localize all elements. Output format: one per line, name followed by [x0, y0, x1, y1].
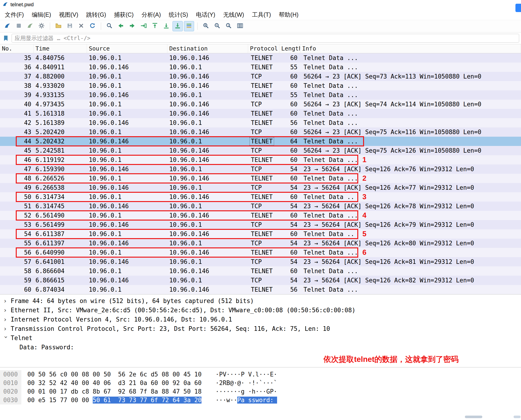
go-last-button[interactable] — [161, 21, 171, 31]
collapse-arrow-icon[interactable]: › — [1, 335, 11, 341]
hex-row[interactable]: 000000 50 56 c0 00 08 00 50 56 2e 6c d5 … — [0, 370, 521, 379]
hex-bytes: 00 01 00 17 db c8 8b 67 92 68 7f 8a 88 4… — [27, 387, 201, 396]
column-header-source[interactable]: Source — [87, 44, 167, 53]
menu-item-file[interactable]: 文件(F) — [1, 10, 28, 20]
menu-item-capture[interactable]: 捕获(C) — [110, 10, 138, 20]
packet-row[interactable]: 466.11919210.96.0.110.96.0.146TELNET60Te… — [0, 155, 521, 165]
packet-row[interactable]: 486.26652610.96.0.110.96.0.146TELNET60Te… — [0, 174, 521, 183]
close-file-button[interactable] — [76, 21, 86, 31]
go-first-button[interactable] — [150, 21, 160, 31]
packet-row[interactable]: 425.16138910.96.0.14610.96.0.1TELNET56Te… — [0, 118, 521, 128]
hex-offset: 0010 — [0, 379, 21, 387]
packet-row[interactable]: 455.24258110.96.0.110.96.0.146TCP6056264… — [0, 146, 521, 155]
detail-line[interactable]: Data: Password: — [0, 343, 521, 352]
hex-row[interactable]: 002000 01 00 17 db c8 8b 67 92 68 7f 8a … — [0, 387, 521, 396]
go-to-packet-button[interactable] — [138, 21, 149, 31]
packet-row[interactable]: 586.86660410.96.0.110.96.0.146TELNET60Te… — [0, 266, 521, 276]
find-packet-button[interactable] — [104, 21, 115, 31]
menu-item-go[interactable]: 跳转(G) — [82, 10, 110, 20]
packet-row[interactable]: 354.84075610.96.0.110.96.0.146TELNET60Te… — [0, 53, 521, 63]
filter-bookmark-icon[interactable] — [2, 34, 10, 42]
hex-row[interactable]: 003000 e5 15 77 00 00 50 61 73 73 77 6f … — [0, 396, 521, 405]
packet-row[interactable]: 606.87403410.96.0.110.96.0.146TELNET56Te… — [0, 285, 521, 294]
detail-line[interactable]: ›Transmission Control Protocol, Src Port… — [0, 324, 521, 333]
detail-line[interactable]: ›Telnet — [0, 333, 521, 343]
packet-row[interactable]: 384.93302010.96.0.110.96.0.146TELNET60Te… — [0, 81, 521, 90]
cell-source: 10.96.0.146 — [87, 239, 167, 248]
restart-capture-button[interactable] — [25, 21, 35, 31]
packet-row[interactable]: 506.31473410.96.0.110.96.0.146TELNET60Te… — [0, 192, 521, 202]
zoom-out-button[interactable] — [212, 21, 222, 31]
auto-scroll-button[interactable] — [173, 21, 183, 31]
cell-length: 60 — [279, 229, 300, 239]
cell-no: 38 — [0, 81, 34, 90]
packet-row[interactable]: 556.61139710.96.0.14610.96.0.1TCP5423 → … — [0, 239, 521, 248]
packet-row[interactable]: 445.20243210.96.0.14610.96.0.1TELNET64Te… — [0, 137, 521, 146]
column-header-info[interactable]: Info — [300, 44, 521, 53]
detail-line[interactable]: ›Frame 44: 64 bytes on wire (512 bits), … — [0, 296, 521, 306]
capture-options-button[interactable] — [36, 21, 47, 31]
menu-item-telephony[interactable]: 电话(Y) — [192, 10, 219, 20]
reload-file-button[interactable] — [87, 21, 98, 31]
resize-columns-button[interactable] — [235, 21, 245, 31]
filter-bar — [0, 32, 521, 44]
menu-item-edit[interactable]: 编辑(E) — [28, 10, 55, 20]
packet-row[interactable]: 476.15939010.96.0.14610.96.0.1TCP5423 → … — [0, 165, 521, 174]
packet-row[interactable]: 404.97343510.96.0.110.96.0.146TCP6056264… — [0, 100, 521, 109]
cell-time: 6.314734 — [34, 192, 87, 202]
packet-row[interactable]: 566.64099010.96.0.110.96.0.146TELNET60Te… — [0, 248, 521, 257]
column-header-protocol[interactable]: Protocol — [248, 44, 279, 53]
packet-row[interactable]: 364.84091110.96.0.14610.96.0.1TELNET55Te… — [0, 63, 521, 72]
zoom-original-button[interactable]: 1 — [223, 21, 234, 31]
packet-row[interactable]: 536.56149910.96.0.14610.96.0.1TCP5423 → … — [0, 220, 521, 229]
expand-arrow-icon[interactable]: › — [3, 315, 9, 324]
display-filter-input[interactable] — [12, 34, 519, 43]
detail-line[interactable]: ›Ethernet II, Src: VMware_2e:6c:d5 (00:5… — [0, 306, 521, 315]
hex-row[interactable]: 001000 32 52 42 40 00 40 06 d3 21 0a 60 … — [0, 379, 521, 387]
zoom-in-button[interactable] — [201, 21, 211, 31]
packet-row[interactable]: 435.20242010.96.0.110.96.0.146TCP6056264… — [0, 128, 521, 137]
cell-source: 10.96.0.146 — [87, 165, 167, 174]
packet-row[interactable]: 546.61138710.96.0.110.96.0.146TELNET60Te… — [0, 229, 521, 239]
menu-item-wireless[interactable]: 无线(W) — [219, 10, 248, 20]
start-capture-button[interactable] — [2, 21, 13, 31]
packet-row[interactable]: 415.16131810.96.0.110.96.0.146TELNET60Te… — [0, 109, 521, 118]
column-header-length[interactable]: Length — [279, 44, 300, 53]
packet-row[interactable]: 526.56149010.96.0.110.96.0.146TELNET60Te… — [0, 211, 521, 220]
protocol-value: TELNET — [250, 110, 274, 117]
cell-protocol: TELNET — [248, 211, 279, 220]
menu-item-tools[interactable]: 工具(T) — [248, 10, 275, 20]
packet-row[interactable]: 596.86661510.96.0.14610.96.0.1TCP5423 → … — [0, 276, 521, 285]
hex-dump-pane[interactable]: 000000 50 56 c0 00 08 00 50 56 2e 6c d5 … — [0, 367, 521, 407]
cell-length: 60 — [279, 211, 300, 220]
colorize-button[interactable] — [184, 21, 194, 31]
cell-length: 60 — [279, 81, 300, 90]
menu-item-view[interactable]: 视图(V) — [55, 10, 82, 20]
stop-capture-button[interactable] — [14, 21, 24, 31]
menu-item-analyze[interactable]: 分析(A) — [138, 10, 165, 20]
hex-selected-bytes: 50 61 73 73 77 6f 72 64 3a 20 — [93, 397, 202, 404]
menu-item-help[interactable]: 帮助(H) — [275, 10, 303, 20]
packet-row[interactable]: 576.64100110.96.0.14610.96.0.1TCP5423 → … — [0, 257, 521, 266]
open-file-button[interactable] — [53, 21, 63, 31]
packet-row[interactable]: 374.88200010.96.0.110.96.0.146TCP6056264… — [0, 72, 521, 81]
expand-arrow-icon[interactable]: › — [3, 324, 9, 333]
scrollbar-thumb[interactable] — [465, 416, 482, 418]
column-header-no[interactable]: No. — [0, 44, 34, 53]
cell-info: 23 → 56264 [ACK] Seq=126 Ack=76 Win=2931… — [300, 165, 521, 174]
menu-item-statistics[interactable]: 统计(S) — [165, 10, 192, 20]
go-forward-button[interactable] — [127, 21, 137, 31]
save-file-button[interactable] — [65, 21, 75, 31]
expand-arrow-icon[interactable]: › — [3, 306, 9, 315]
packet-row[interactable]: 394.93313510.96.0.14610.96.0.1TELNET55Te… — [0, 90, 521, 100]
packet-row[interactable]: 516.31474510.96.0.14610.96.0.1TCP5423 → … — [0, 202, 521, 211]
packet-row[interactable]: 496.26653810.96.0.14610.96.0.1TCP5423 → … — [0, 183, 521, 192]
cell-destination: 10.96.0.1 — [167, 257, 248, 266]
column-header-destination[interactable]: Destination — [167, 44, 248, 53]
cell-length: 55 — [279, 63, 300, 72]
cell-no: 36 — [0, 63, 34, 72]
column-header-time[interactable]: Time — [34, 44, 87, 53]
detail-line[interactable]: ›Internet Protocol Version 4, Src: 10.96… — [0, 315, 521, 324]
go-back-button[interactable] — [116, 21, 126, 31]
expand-arrow-icon[interactable]: › — [3, 296, 9, 306]
